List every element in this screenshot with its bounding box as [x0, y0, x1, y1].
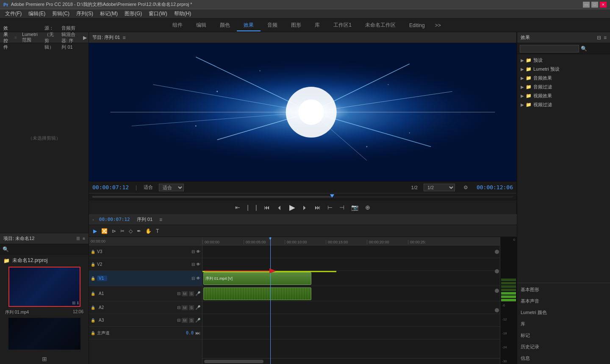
menu-help[interactable]: 帮助(H) [171, 9, 195, 18]
timeline-timecode[interactable]: 00:00:07:12 [99, 217, 130, 222]
effects-panel-icon1[interactable]: ⊟ [597, 35, 601, 41]
track-a3-solo[interactable]: S [189, 318, 194, 323]
tl-scroll-thumb[interactable] [204, 360, 263, 363]
pen-tool[interactable]: ✒ [136, 227, 142, 235]
go-to-in-button[interactable]: ⏮ [262, 203, 272, 212]
scrubber-track[interactable] [92, 196, 513, 198]
track-a1-mute[interactable]: M [182, 291, 188, 296]
track-v3-lock[interactable]: 🔒 [91, 250, 95, 254]
add-marker-button[interactable]: | [254, 203, 259, 212]
overwrite-button[interactable]: ⊣ [338, 203, 346, 212]
track-v1-lock[interactable]: 🔒 [91, 276, 95, 281]
preview-scrubber[interactable] [89, 193, 516, 200]
close-button[interactable]: ✕ [600, 2, 607, 8]
track-v3-eye-icon[interactable]: 👁 [196, 249, 200, 254]
tab-graphics[interactable]: 图形 [284, 19, 308, 31]
track-a2-sync-icon[interactable]: ⊟ [177, 305, 180, 310]
tab-lumetri-scope[interactable]: Lumetri 范围 [20, 31, 39, 44]
clip-a1-block[interactable] [203, 287, 311, 300]
effects-search-input[interactable] [520, 45, 579, 52]
tl-scrollbar[interactable] [202, 358, 500, 364]
menu-window[interactable]: 窗口(W) [145, 9, 170, 18]
v3-end-circle[interactable] [495, 250, 499, 254]
play-button[interactable]: ▶ [288, 202, 297, 213]
tab-unnamed-workspace[interactable]: 未命名工作区 [358, 19, 402, 31]
track-a2-solo[interactable]: S [189, 305, 194, 310]
menu-sequence[interactable]: 序列(S) [73, 9, 97, 18]
add-item-icon[interactable]: ⊞ [42, 356, 47, 362]
basic-graphics-section[interactable]: 基本图形 [517, 284, 610, 295]
tab-library[interactable]: 库 [308, 19, 327, 31]
preview-settings-icon[interactable]: ⚙ [463, 185, 468, 190]
tab-color[interactable]: 颜色 [213, 19, 237, 31]
preview-menu-icon[interactable]: ≡ [122, 35, 125, 41]
track-v2-sync-icon[interactable]: ⊟ [191, 262, 195, 267]
tab-workspace1[interactable]: 工作区1 [327, 19, 358, 31]
basic-audio-section[interactable]: 基本声音 [517, 295, 610, 307]
razor-tool[interactable]: ✂ [119, 227, 125, 235]
track-master-lock[interactable]: 🔒 [91, 331, 95, 335]
scrubber-handle[interactable] [330, 194, 334, 198]
effects-item-preset[interactable]: ▶ 📁 预设 [519, 56, 608, 65]
text-tool[interactable]: T [155, 227, 160, 235]
effects-panel-menu[interactable]: ≡ [604, 35, 607, 41]
track-v1-sync-icon[interactable]: ⊟ [191, 276, 195, 281]
track-v1-eye-icon[interactable]: 👁 [196, 276, 200, 281]
tab-assembly[interactable]: 组件 [166, 19, 189, 31]
preview-fit-select[interactable]: 适合 25% 50% 100% [159, 184, 184, 191]
playhead[interactable] [270, 237, 271, 364]
library-section[interactable]: 库 [517, 318, 610, 330]
track-master-nav[interactable]: ⏭ [195, 330, 200, 336]
track-a2-mute[interactable]: M [182, 305, 188, 310]
track-a3-vol-icon[interactable]: 🎤 [195, 318, 200, 323]
a1-end-circle[interactable] [495, 308, 499, 312]
project-thumbnail2[interactable] [8, 318, 80, 350]
go-to-out-button[interactable]: ⏭ [313, 203, 322, 212]
lumetri-color-section[interactable]: Lumetri 颜色 [517, 307, 610, 318]
tab-effects[interactable]: 效果 [237, 19, 261, 31]
menu-graphics[interactable]: 图形(G) [121, 9, 145, 18]
menu-edit[interactable]: 编辑(E) [25, 9, 49, 18]
track-a1-vol-icon[interactable]: 🎤 [195, 291, 200, 296]
project-menu-icon[interactable]: ≡ [83, 236, 85, 241]
track-v2-lock[interactable]: 🔒 [91, 262, 95, 267]
export-frame-button[interactable]: 📷 [349, 203, 360, 212]
tab-audio[interactable]: 音频 [261, 19, 284, 31]
effects-search-icon[interactable]: 🔍 [581, 46, 587, 52]
mark-out-button[interactable]: | [245, 203, 250, 212]
track-a3-mute[interactable]: M [182, 318, 188, 323]
track-select-tool[interactable]: 🔀 [100, 227, 108, 235]
maximize-button[interactable]: □ [591, 2, 598, 8]
track-a3-sync-icon[interactable]: ⊟ [177, 318, 180, 323]
project-list-icon[interactable]: ☰ [76, 236, 80, 241]
tab-edit[interactable]: 编辑 [189, 19, 213, 31]
project-item-prproj[interactable]: 📁 未命名12.prproj [2, 256, 87, 265]
preview-timecode[interactable]: 00:00:07:12 [92, 184, 129, 190]
mark-in-button[interactable]: ⇤ [233, 203, 242, 212]
step-forward-button[interactable]: ⏵ [300, 203, 310, 212]
track-a2-vol-icon[interactable]: 🎤 [195, 305, 200, 310]
more-tabs[interactable]: >> [432, 20, 444, 31]
effects-item-audio-filter[interactable]: ▶ 📁 音频过滤 [519, 83, 608, 91]
track-v3-sync-icon[interactable]: ⊟ [191, 249, 195, 254]
effects-item-lumetri[interactable]: ▶ 📁 Lumetri 预设 [519, 65, 608, 74]
track-a2-lock[interactable]: 🔒 [91, 306, 95, 310]
effects-item-video-effects[interactable]: ▶ 📁 视频效果 [519, 91, 608, 100]
project-thumbnail[interactable]: ⊞ ℹ [8, 267, 80, 307]
track-v2-eye-icon[interactable]: 👁 [196, 262, 200, 267]
selection-tool[interactable]: ▶ [92, 227, 98, 235]
v1-end-circle[interactable] [495, 289, 499, 293]
effects-item-audio-effects[interactable]: ▶ 📁 音频效果 [519, 74, 608, 83]
add-to-program-button[interactable]: ⊕ [363, 203, 372, 212]
panel-menu-icon[interactable]: ▶ [83, 35, 87, 41]
track-a1-lock[interactable]: 🔒 [91, 292, 95, 296]
minimize-button[interactable]: — [583, 2, 590, 8]
preview-ratio-select[interactable]: 1/2 1/4 全分辨率 [424, 184, 455, 191]
effects-item-video-filter[interactable]: ▶ 📁 视频过滤 [519, 100, 608, 109]
menu-marker[interactable]: 标记(M) [97, 9, 121, 18]
insert-button[interactable]: ⊢ [326, 203, 334, 212]
track-a3-lock[interactable]: 🔒 [91, 318, 95, 323]
ripple-edit-tool[interactable]: ⊳ [111, 227, 117, 235]
v2-end-circle[interactable] [495, 269, 499, 273]
timeline-menu-icon[interactable]: ≡ [159, 217, 162, 223]
